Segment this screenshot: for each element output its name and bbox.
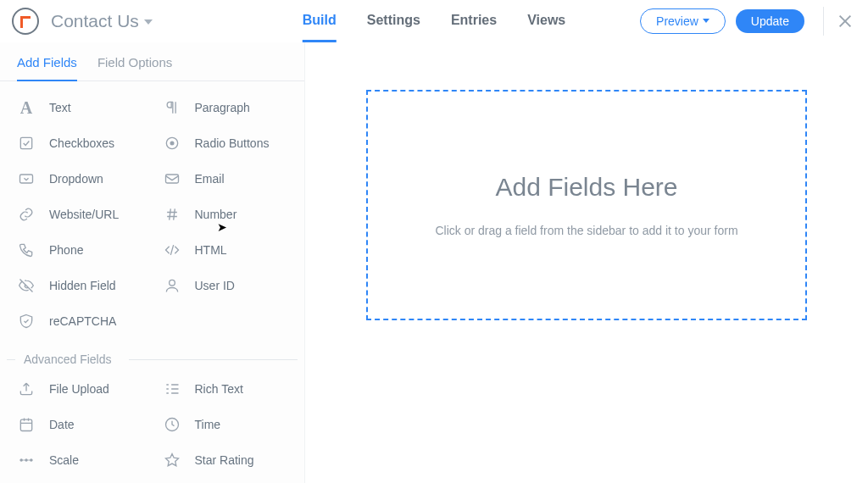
clock-icon — [163, 415, 181, 434]
field-label: Date — [49, 418, 75, 431]
field-date[interactable]: Date — [7, 407, 153, 442]
eye-off-icon — [17, 276, 36, 295]
app-logo — [12, 8, 39, 35]
section-advanced-fields: Advanced Fields — [0, 353, 304, 366]
scale-icon — [17, 451, 36, 469]
hash-icon — [163, 205, 181, 224]
field-text[interactable]: A Text — [7, 90, 153, 125]
divider — [823, 7, 824, 36]
field-label: Website/URL — [49, 208, 119, 221]
field-hidden[interactable]: Hidden Field — [7, 268, 153, 303]
preview-button-label: Preview — [656, 14, 698, 28]
field-number[interactable]: Number — [153, 197, 298, 232]
preview-button[interactable]: Preview — [640, 8, 726, 34]
field-html[interactable]: HTML — [153, 232, 298, 268]
upload-icon — [17, 380, 36, 398]
chevron-down-icon — [703, 19, 709, 23]
sidebar-tab-field-options[interactable]: Field Options — [97, 55, 172, 81]
chevron-down-icon — [144, 19, 153, 25]
field-label: Dropdown — [49, 172, 103, 186]
field-label: Hidden Field — [49, 279, 116, 292]
field-userid[interactable]: User ID — [153, 268, 298, 303]
field-label: Checkboxes — [49, 136, 114, 150]
field-phone[interactable]: Phone — [7, 232, 153, 268]
field-email[interactable]: Email — [153, 161, 298, 197]
field-label: Email — [195, 172, 225, 186]
field-label: Star Rating — [195, 453, 254, 467]
field-dropdown[interactable]: Dropdown — [7, 161, 153, 197]
dropzone-hint: Click or drag a field from the sidebar t… — [435, 224, 737, 237]
svg-rect-4 — [165, 175, 178, 183]
field-checkboxes[interactable]: Checkboxes — [7, 125, 153, 161]
field-label: Paragraph — [195, 101, 250, 114]
field-label: Rich Text — [195, 382, 243, 396]
phone-icon — [17, 241, 36, 259]
field-scale[interactable]: Scale — [7, 442, 153, 478]
svg-rect-0 — [20, 137, 31, 148]
field-recaptcha[interactable]: reCAPTCHA — [7, 303, 153, 339]
form-dropzone[interactable]: Add Fields Here Click or drag a field fr… — [366, 90, 807, 320]
field-time[interactable]: Time — [153, 407, 298, 442]
sidebar-tab-add-fields[interactable]: Add Fields — [17, 55, 77, 81]
code-icon — [163, 241, 181, 259]
user-icon — [163, 276, 181, 295]
field-label: HTML — [195, 243, 227, 257]
star-icon — [163, 451, 181, 469]
tab-entries[interactable]: Entries — [451, 1, 497, 42]
update-button[interactable]: Update — [736, 9, 804, 33]
sidebar: Add Fields Field Options A Text Paragrap… — [0, 42, 305, 483]
field-label: Phone — [49, 243, 83, 257]
field-label: reCAPTCHA — [49, 314, 116, 328]
field-star-rating[interactable]: Star Rating — [153, 442, 298, 478]
email-icon — [163, 169, 181, 188]
rich-text-icon — [163, 380, 181, 398]
radio-icon — [163, 134, 181, 153]
close-icon[interactable] — [837, 14, 853, 29]
svg-rect-6 — [20, 419, 31, 430]
field-file-upload[interactable]: File Upload — [7, 371, 153, 407]
field-radio[interactable]: Radio Buttons — [153, 125, 298, 161]
form-canvas: Add Fields Here Click or drag a field fr… — [305, 42, 868, 483]
form-title-text: Contact Us — [51, 11, 139, 31]
field-label: Time — [195, 418, 221, 431]
shield-icon — [17, 312, 36, 330]
field-label: User ID — [195, 279, 235, 292]
field-label: Text — [49, 101, 71, 114]
text-icon: A — [17, 98, 36, 117]
tab-settings[interactable]: Settings — [367, 1, 420, 42]
field-label: Scale — [49, 453, 79, 467]
top-nav: Build Settings Entries Views — [303, 0, 565, 42]
svg-point-5 — [169, 280, 175, 286]
field-label: Number — [195, 208, 237, 221]
svg-point-2 — [170, 142, 174, 146]
dropdown-icon — [17, 169, 36, 188]
field-paragraph[interactable]: Paragraph — [153, 90, 298, 125]
field-label: File Upload — [49, 382, 109, 396]
tab-views[interactable]: Views — [527, 1, 565, 42]
dropzone-title: Add Fields Here — [495, 173, 677, 202]
app-logo-mark — [20, 16, 31, 28]
tab-build[interactable]: Build — [303, 1, 337, 42]
field-website[interactable]: Website/URL — [7, 197, 153, 232]
update-button-label: Update — [751, 14, 789, 28]
svg-rect-3 — [20, 175, 33, 183]
section-label: Advanced Fields — [15, 353, 120, 366]
field-label: Radio Buttons — [195, 136, 270, 150]
paragraph-icon — [163, 98, 181, 117]
link-icon — [17, 205, 36, 224]
calendar-icon — [17, 415, 36, 434]
checkbox-icon — [17, 134, 36, 153]
form-title-dropdown[interactable]: Contact Us — [51, 11, 153, 31]
field-rich-text[interactable]: Rich Text — [153, 371, 298, 407]
